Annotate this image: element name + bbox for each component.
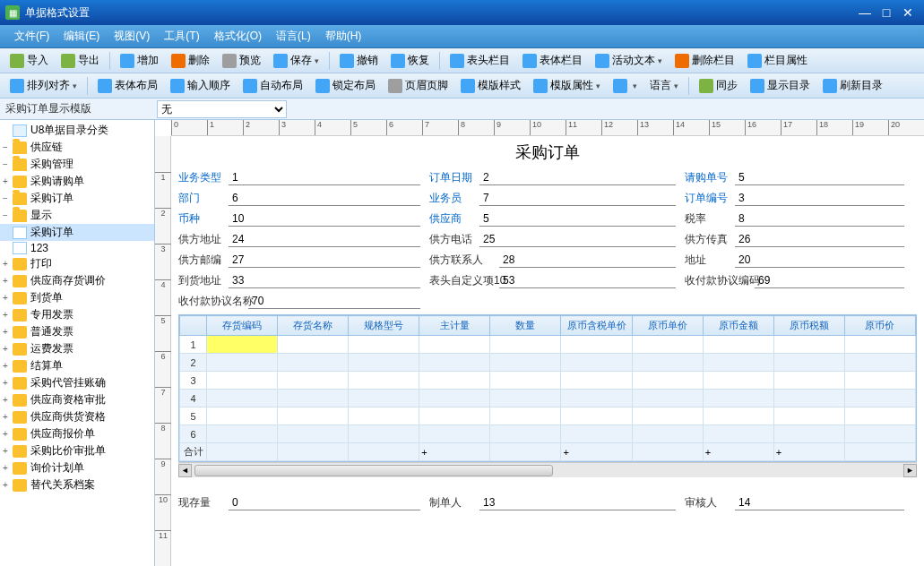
cell[interactable] [490,407,561,425]
table-row[interactable]: 5 [180,407,916,425]
tree-node[interactable]: +采购比价审批单 [0,442,154,459]
field-value[interactable]: 69 [755,274,904,288]
toolbar-button[interactable]: ▾ [608,77,643,95]
field-cell[interactable]: 现存量0 [178,495,420,510]
cell[interactable] [844,407,915,425]
toolbar-button[interactable]: 表体布局 [92,76,163,95]
field-value[interactable]: 25 [479,233,676,247]
expand-icon[interactable]: + [0,327,11,337]
cell[interactable] [632,390,703,407]
grid-hscrollbar[interactable]: ◄ ► [178,462,917,477]
column-header[interactable]: 原币金额 [703,316,773,336]
field-value[interactable]: 27 [229,253,420,268]
toolbar-button[interactable]: 模版属性▾ [528,76,606,95]
toolbar-button[interactable]: 导出 [56,51,105,70]
cell[interactable] [278,425,349,443]
cell[interactable] [561,407,632,425]
toolbar-button[interactable]: 表体栏目 [517,51,588,70]
field-cell[interactable]: 表头自定义项1053 [429,273,676,288]
canvas[interactable]: 采购订单 业务类型1订单日期2请购单号5部门6业务员7订单编号3币种10供应商5… [171,136,924,566]
field-cell[interactable]: 制单人13 [429,495,676,510]
column-header[interactable]: 原币价 [844,316,915,336]
tree-node[interactable]: +供应商资格审批 [0,391,154,408]
cell[interactable] [703,354,773,372]
tree-node[interactable]: +专用发票 [0,306,154,323]
column-header[interactable]: 存货名称 [278,316,349,336]
expand-icon[interactable]: + [0,429,11,439]
cell[interactable] [703,407,773,425]
toolbar-button[interactable]: 显示目录 [745,76,816,95]
form-title[interactable]: 采购订单 [171,136,924,170]
tree-node[interactable]: −供应链 [0,139,154,156]
field-cell[interactable]: 供应商5 [429,211,676,227]
field-value[interactable]: 28 [499,253,676,268]
tree-node[interactable]: −采购管理 [0,156,154,173]
expand-icon[interactable]: + [0,293,11,303]
cell[interactable] [490,354,561,372]
cell[interactable] [207,425,278,443]
toolbar-button[interactable]: 表头栏目 [445,51,515,70]
cell[interactable] [632,372,703,390]
field-value[interactable]: 14 [735,496,904,510]
expand-icon[interactable]: + [0,480,11,490]
cell[interactable] [207,390,278,407]
column-header[interactable]: 主计量 [419,316,490,336]
cell[interactable] [844,354,915,372]
menu-item[interactable]: 格式化(O) [207,29,269,44]
table-row[interactable]: 2 [180,354,916,372]
field-value[interactable]: 0 [229,496,420,510]
cell[interactable] [773,372,844,390]
column-header[interactable]: 数量 [490,316,561,336]
toolbar-button[interactable]: 活动文本▾ [590,51,668,70]
tree-node[interactable]: 采购订单 [0,224,154,241]
field-cell[interactable]: 税率8 [685,211,904,227]
cell[interactable] [773,390,844,407]
filter-select[interactable]: 无 [157,100,287,118]
field-cell[interactable]: 供方邮编27 [178,253,420,268]
toolbar-button[interactable]: 预览 [217,51,266,70]
cell[interactable] [773,354,844,372]
tree-node[interactable]: +采购请购单 [0,173,154,190]
cell[interactable] [773,407,844,425]
field-value[interactable]: 10 [229,212,420,227]
menu-item[interactable]: 视图(V) [107,29,157,44]
field-value[interactable]: 2 [479,171,676,185]
toolbar-button[interactable]: 恢复 [385,51,435,70]
field-cell[interactable]: 业务类型1 [178,170,420,185]
field-cell[interactable]: 订单日期2 [429,170,676,185]
expand-icon[interactable]: − [0,159,11,169]
field-cell[interactable]: 请购单号5 [685,170,904,185]
cell[interactable] [561,336,632,354]
expand-icon[interactable]: − [0,193,11,203]
field-cell[interactable]: 到货地址33 [178,273,420,288]
menu-item[interactable]: 编辑(E) [56,29,107,44]
toolbar-button[interactable]: 模版样式 [455,76,526,95]
field-value[interactable]: 1 [229,171,420,185]
tree-node[interactable]: +供应商供货资格 [0,408,154,425]
toolbar-button[interactable]: 输入顺序 [165,76,236,95]
cell[interactable] [561,425,632,443]
tree-node[interactable]: +采购代管挂账确 [0,374,154,391]
cell[interactable] [632,407,703,425]
table-row[interactable]: 6 [180,425,916,443]
table-row[interactable]: 1 [180,336,916,354]
toolbar-button[interactable]: 语言▾ [644,76,684,95]
cell[interactable] [207,372,278,390]
field-cell[interactable]: 地址20 [685,253,904,268]
field-cell[interactable]: 供方传真26 [685,232,904,247]
field-value[interactable]: 24 [229,233,420,247]
tree-node[interactable]: −显示 [0,207,154,224]
cell[interactable] [703,336,773,354]
expand-icon[interactable]: + [0,344,11,354]
tree-node[interactable]: U8单据目录分类 [0,122,154,139]
cell[interactable] [349,390,419,407]
expand-icon[interactable]: − [0,210,11,220]
cell[interactable] [561,372,632,390]
cell[interactable] [349,407,419,425]
field-value[interactable]: 5 [735,171,904,185]
cell[interactable] [561,354,632,372]
table-row[interactable]: 4 [180,390,916,407]
maximize-button[interactable]: □ [876,5,897,20]
cell[interactable] [278,354,349,372]
field-cell[interactable]: 业务员7 [429,191,676,206]
